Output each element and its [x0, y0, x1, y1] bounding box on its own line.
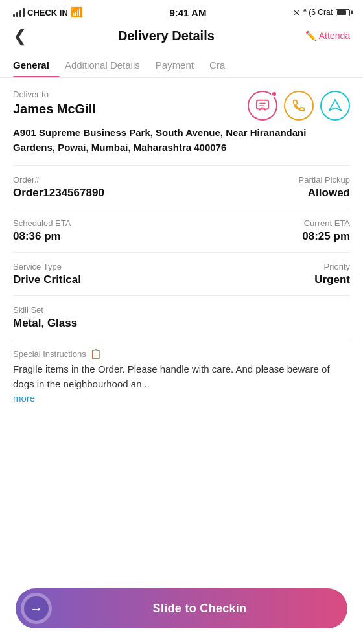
recipient-name: James McGill	[13, 102, 96, 117]
service-section: Service Type Drive Critical Priority Urg…	[13, 253, 350, 296]
scheduled-eta-value: 08:36 pm	[13, 230, 182, 243]
partial-pickup-col: Partial Pickup Allowed	[182, 175, 350, 200]
chat-icon	[255, 98, 270, 113]
scheduled-eta-label: Scheduled ETA	[13, 218, 182, 228]
deliver-to-label: Deliver to	[13, 89, 96, 99]
wifi-icon: 📶	[71, 6, 83, 18]
special-instructions-header: Special Instructions 📋	[13, 349, 350, 359]
priority-value: Urgent	[182, 273, 350, 286]
phone-button[interactable]	[284, 91, 314, 121]
header: ❮ Delivery Details ✏️ Attenda	[0, 22, 363, 53]
priority-col: Priority Urgent	[182, 262, 350, 286]
slide-arrow-wrapper: →	[21, 593, 52, 624]
current-eta-label: Current ETA	[182, 218, 350, 228]
eta-section: Scheduled ETA 08:36 pm Current ETA 08:25…	[13, 209, 350, 253]
order-row: Order# Order1234567890 Partial Pickup Al…	[13, 175, 350, 200]
special-instructions-section: Special Instructions 📋 Fragile items in …	[13, 339, 350, 413]
special-instructions-text: Fragile items in the Order. Please handl…	[13, 362, 350, 391]
signal-icon	[13, 8, 25, 17]
partial-pickup-value: Allowed	[182, 187, 350, 200]
chat-notification-dot	[271, 91, 277, 97]
deliver-to-section: Deliver to James McGill	[13, 89, 350, 121]
status-right: ⨯ ⁶ (6 Crat	[293, 8, 350, 17]
tab-cra[interactable]: Cra	[209, 53, 235, 77]
service-row: Service Type Drive Critical Priority Urg…	[13, 262, 350, 286]
order-info-section: Order# Order1234567890 Partial Pickup Al…	[13, 166, 350, 209]
skill-set-section: Skill Set Metal, Glass	[13, 296, 350, 339]
chat-button[interactable]	[248, 91, 277, 121]
deliver-info: Deliver to James McGill	[13, 89, 96, 117]
tab-payment[interactable]: Payment	[156, 53, 204, 77]
svg-marker-3	[329, 100, 341, 111]
slide-label: Slide to Checkin	[52, 602, 347, 615]
scheduled-eta-col: Scheduled ETA 08:36 pm	[13, 218, 182, 243]
battery-icon	[336, 9, 350, 16]
attend-button[interactable]: ✏️ Attenda	[305, 30, 350, 41]
slide-arrow-inner: →	[24, 596, 49, 621]
eta-row: Scheduled ETA 08:36 pm Current ETA 08:25…	[13, 218, 350, 243]
current-eta-value: 08:25 pm	[182, 230, 350, 243]
phone-icon	[292, 98, 306, 113]
tab-additional-details[interactable]: Additional Details	[65, 53, 150, 77]
status-bar: CHECK IN 📶 9:41 AM ⨯ ⁶ (6 Crat	[0, 0, 363, 22]
bluetooth-icon: ⨯	[293, 8, 300, 17]
attend-label: Attenda	[319, 30, 350, 41]
status-left: CHECK IN 📶	[13, 6, 83, 18]
action-icons	[248, 91, 350, 121]
pencil-icon: ✏️	[305, 30, 316, 41]
partial-pickup-label: Partial Pickup	[182, 175, 350, 185]
delivery-address: A901 Supreme Business Park, South Avenue…	[13, 126, 350, 166]
tab-general[interactable]: General	[13, 53, 60, 77]
content-area: Deliver to James McGill	[0, 78, 363, 426]
slide-to-checkin-button[interactable]: → Slide to Checkin	[16, 588, 347, 628]
slide-to-checkin-container: → Slide to Checkin	[0, 588, 363, 628]
more-link[interactable]: more	[13, 393, 350, 404]
arrow-right-icon: →	[30, 601, 43, 616]
current-eta-col: Current ETA 08:25 pm	[182, 218, 350, 243]
service-type-col: Service Type Drive Critical	[13, 262, 182, 286]
order-label: Order#	[13, 175, 182, 185]
navigate-icon	[328, 98, 342, 113]
skill-set-value: Metal, Glass	[13, 317, 350, 330]
carrier-label: CHECK IN	[27, 8, 68, 17]
skill-set-label: Skill Set	[13, 305, 350, 315]
special-instructions-label: Special Instructions	[13, 349, 86, 359]
tab-bar: General Additional Details Payment Cra	[0, 53, 363, 78]
service-type-value: Drive Critical	[13, 273, 182, 286]
document-icon: 📋	[90, 349, 101, 359]
back-button[interactable]: ❮	[13, 27, 27, 44]
battery-label: ⁶ (6 Crat	[303, 8, 333, 17]
time-display: 9:41 AM	[169, 7, 206, 18]
order-value: Order1234567890	[13, 187, 182, 200]
navigate-button[interactable]	[320, 91, 350, 121]
page-title: Delivery Details	[27, 29, 305, 43]
service-type-label: Service Type	[13, 262, 182, 271]
order-col: Order# Order1234567890	[13, 175, 182, 200]
priority-label: Priority	[182, 262, 350, 271]
